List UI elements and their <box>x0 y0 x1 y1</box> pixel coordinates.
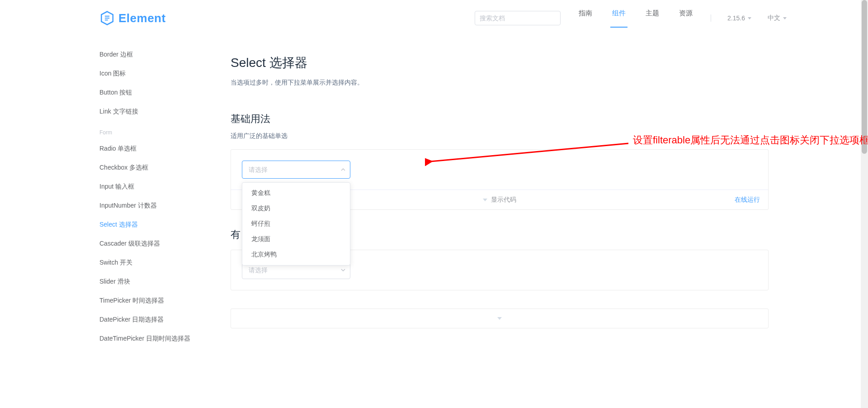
sidebar-item[interactable]: Switch 开关 <box>99 253 226 272</box>
sidebar-item[interactable]: DateTimePicker 日期时间选择器 <box>99 329 226 348</box>
chevron-down-icon[interactable] <box>340 267 346 273</box>
sidebar-item[interactable]: Icon 图标 <box>99 64 226 83</box>
language-select[interactable]: 中文 <box>768 14 787 22</box>
select-dropdown: 黄金糕双皮奶蚵仔煎龙须面北京烤鸭 <box>242 182 350 266</box>
nav-components[interactable]: 组件 <box>610 9 627 28</box>
run-online-link[interactable]: 在线运行 <box>735 196 760 204</box>
sidebar-group-form: Form <box>99 121 226 139</box>
sidebar-item[interactable]: Select 选择器 <box>99 215 226 234</box>
header: Element 指南 组件 主题 资源 2.15.6 中文 <box>81 0 787 36</box>
nav-guide[interactable]: 指南 <box>577 9 594 28</box>
sidebar-item[interactable]: TimePicker 时间选择器 <box>99 291 226 310</box>
sidebar-item[interactable]: Border 边框 <box>99 45 226 64</box>
search-input[interactable] <box>475 11 561 25</box>
dropdown-item[interactable]: 双皮奶 <box>242 201 350 216</box>
brand-text: Element <box>118 11 166 25</box>
logo[interactable]: Element <box>81 10 166 26</box>
select-input[interactable] <box>242 161 350 179</box>
nav-theme[interactable]: 主题 <box>644 9 661 28</box>
sidebar-item[interactable]: DatePicker 日期选择器 <box>99 310 226 329</box>
select-basic[interactable]: 黄金糕双皮奶蚵仔煎龙须面北京烤鸭 <box>242 161 350 179</box>
chevron-up-icon[interactable] <box>340 167 346 172</box>
dropdown-item[interactable]: 北京烤鸭 <box>242 247 350 262</box>
language-text: 中文 <box>768 14 780 22</box>
nav-resources[interactable]: 资源 <box>677 9 694 28</box>
page-desc: 当选项过多时，使用下拉菜单展示并选择内容。 <box>231 79 769 87</box>
scrollbar-thumb[interactable] <box>862 0 867 154</box>
dropdown-item[interactable]: 龙须面 <box>242 232 350 247</box>
caret-down-icon <box>483 199 487 201</box>
sidebar-item[interactable]: Checkbox 多选框 <box>99 158 226 177</box>
nav-divider <box>711 14 711 22</box>
sidebar-item[interactable]: InputNumber 计数器 <box>99 196 226 215</box>
demo-box-basic: 黄金糕双皮奶蚵仔煎龙须面北京烤鸭 显示代码 在线运行 <box>231 149 769 210</box>
chevron-down-icon <box>783 17 787 19</box>
page-title: Select 选择器 <box>231 54 769 71</box>
section-title-basic: 基础用法 <box>231 112 769 126</box>
dropdown-item[interactable]: 蚵仔煎 <box>242 216 350 232</box>
chevron-down-icon <box>748 17 751 19</box>
logo-icon <box>99 10 115 26</box>
sidebar-item[interactable]: Slider 滑块 <box>99 272 226 291</box>
sidebar-item[interactable]: Link 文字链接 <box>99 102 226 121</box>
nav: 指南 组件 主题 资源 <box>577 9 694 28</box>
sidebar-item[interactable]: Cascader 级联选择器 <box>99 234 226 253</box>
demo-footer-next <box>231 308 769 328</box>
section-desc-basic: 适用广泛的基础单选 <box>231 132 769 140</box>
content: Select 选择器 当选项过多时，使用下拉菜单展示并选择内容。 基础用法 适用… <box>226 36 769 356</box>
version-select[interactable]: 2.15.6 <box>727 14 751 22</box>
dropdown-item[interactable]: 黄金糕 <box>242 185 350 201</box>
version-text: 2.15.6 <box>727 14 745 22</box>
scrollbar[interactable] <box>861 0 868 356</box>
sidebar-item[interactable]: Input 输入框 <box>99 177 226 196</box>
caret-down-icon <box>497 317 502 320</box>
sidebar-item[interactable]: Button 按钮 <box>99 83 226 102</box>
sidebar: Border 边框Icon 图标Button 按钮Link 文字链接 Form … <box>99 36 226 356</box>
show-code-label: 显示代码 <box>491 196 516 204</box>
sidebar-item[interactable]: Radio 单选框 <box>99 139 226 158</box>
